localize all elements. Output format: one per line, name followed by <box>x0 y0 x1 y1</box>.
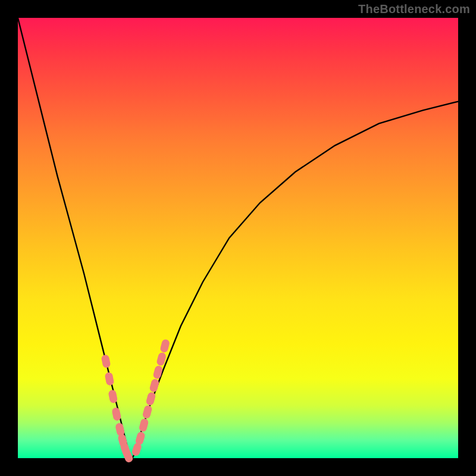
marker-bead <box>138 418 149 433</box>
watermark-text: TheBottleneck.com <box>358 2 470 16</box>
plot-area <box>18 18 458 458</box>
bottleneck-curve <box>18 18 458 458</box>
markers-left-branch <box>101 354 134 464</box>
chart-frame: TheBottleneck.com <box>0 0 476 476</box>
marker-bead <box>101 354 111 368</box>
marker-bead <box>152 365 163 380</box>
marker-bead <box>142 405 152 419</box>
curve-svg <box>18 18 458 458</box>
marker-bead <box>104 372 114 386</box>
markers-right-branch <box>131 339 170 457</box>
marker-bead <box>159 339 170 353</box>
marker-bead <box>149 378 159 393</box>
marker-bead <box>108 389 118 403</box>
